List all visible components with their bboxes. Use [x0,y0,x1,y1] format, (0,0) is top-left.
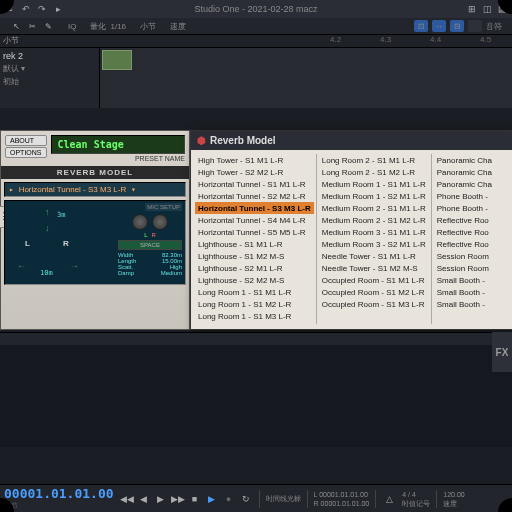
preset-item[interactable]: Medium Room 3 - S2 M1 L-R [319,238,429,250]
split-tool-icon[interactable]: ✂ [26,20,38,32]
reverb-plugin: ABOUT OPTIONS Clean Stage PRESET NAME RE… [0,130,190,330]
track-header[interactable]: rek 2 默认 ▾ 初始 [0,48,100,108]
preset-item[interactable]: Medium Room 2 - S1 M1 L-R [319,202,429,214]
audio-clip[interactable] [102,50,132,70]
tempo-value[interactable]: 120.00 [443,490,464,499]
preset-item[interactable]: Long Room 1 - S1 M3 L-R [195,310,314,322]
knob-left[interactable] [132,214,148,230]
preset-item[interactable]: Lighthouse - S1 M2 M-S [195,250,314,262]
tool-icon[interactable]: ▸ [52,3,64,15]
preset-item[interactable]: Long Room 1 - S1 M1 L-R [195,286,314,298]
mode-btn-1[interactable]: ⊡ [414,20,428,32]
record-button[interactable]: ● [222,492,236,506]
preset-item[interactable]: Occupied Room - S1 M3 L-R [319,298,429,310]
undo-icon[interactable]: ↶ [20,3,32,15]
preset-item[interactable]: Lighthouse - S2 M2 M-S [195,274,314,286]
preset-item[interactable]: Reflective Roo [434,214,510,226]
window-title: Studio One - 2021-02-28 macz [194,4,317,14]
preset-item[interactable]: Panoramic Cha [434,178,510,190]
preset-item[interactable]: Horizontal Tunnel - S1 M1 L-R [195,178,314,190]
popup-title: Reverb Model [191,131,512,150]
redo-icon[interactable]: ↷ [36,3,48,15]
preset-item[interactable]: Small Booth - [434,274,510,286]
mode-btn-3[interactable]: ⊟ [450,20,464,32]
preset-item[interactable]: Medium Room 1 - S2 M1 L-R [319,190,429,202]
preset-item[interactable]: Panoramic Cha [434,154,510,166]
preset-item[interactable]: Horizontal Tunnel - S3 M3 L-R [195,202,314,214]
preset-item[interactable]: High Tower - S1 M1 L-R [195,154,314,166]
transport-bar: 00001.01.01.00 小节 ◀◀ ◀ ▶ ▶▶ ■ ▶ ● ↻ 时间线光… [0,484,512,512]
mixer-icon[interactable]: ◫ [481,3,493,15]
timeline-ruler[interactable]: 小节 4.2 4.3 4.4 4.5 [0,34,512,48]
track-name[interactable]: rek 2 [3,51,96,61]
track-lane[interactable] [100,48,512,108]
reverb-model-popup: Reverb Model High Tower - S1 M1 L-RHigh … [190,130,512,330]
main-timecode[interactable]: 00001.01.01.00 [4,486,114,501]
preset-item[interactable]: Phone Booth - [434,202,510,214]
space-button[interactable]: SPACE [118,240,182,250]
play-button[interactable]: ▶ [205,492,219,506]
preset-column-2[interactable]: Long Room 2 - S1 M1 L-RLong Room 2 - S1 … [319,154,429,324]
preset-item[interactable]: Horizontal Tunnel - S2 M2 L-R [195,190,314,202]
preset-item[interactable]: Long Room 2 - S1 M1 L-R [319,154,429,166]
draw-tool-icon[interactable]: ✎ [42,20,54,32]
reverb-model-title: REVERB MODEL [1,166,189,179]
ffwd-button[interactable]: ▶▶ [171,492,185,506]
arrow-tool-icon[interactable]: ↖ [10,20,22,32]
room-visualization: ↑ 3m ↓ L R ← 10m → MIC SETUP LR SPACE Wi… [4,200,186,285]
preset-item[interactable]: Session Room [434,262,510,274]
loop-button[interactable]: ↻ [239,492,253,506]
mode-btn-2[interactable]: ↔ [432,20,446,32]
preset-item[interactable]: High Tower - S2 M2 L-R [195,166,314,178]
preset-item[interactable]: Occupied Room - S1 M2 L-R [319,286,429,298]
preset-item[interactable]: Long Room 2 - S1 M2 L-R [319,166,429,178]
knob-right[interactable] [152,214,168,230]
time-signature[interactable]: 4 / 4 [402,490,430,499]
cursor-label: 时间线光标 [266,494,301,504]
about-button[interactable]: ABOUT [5,135,47,146]
preset-item[interactable]: Needle Tower - S1 M1 L-R [319,250,429,262]
stop-button[interactable]: ■ [188,492,202,506]
preset-item[interactable]: Medium Room 1 - S1 M1 L-R [319,178,429,190]
view-icon[interactable]: ⊞ [466,3,478,15]
options-button[interactable]: OPTIONS [5,147,47,158]
quantize-label: 量化 [90,21,106,32]
preset-item[interactable]: Medium Room 3 - S1 M1 L-R [319,226,429,238]
fx-tab[interactable]: FX [492,332,512,372]
back-button[interactable]: ◀ [137,492,151,506]
tempo-label: 速度 [170,21,186,32]
preset-item[interactable]: Medium Room 2 - S1 M2 L-R [319,214,429,226]
preset-display[interactable]: Clean Stage [51,135,185,154]
timebase-value[interactable]: 音符 [486,21,502,32]
preset-item[interactable]: Panoramic Cha [434,166,510,178]
preset-item[interactable]: Small Booth - [434,286,510,298]
preset-item[interactable]: Horizontal Tunnel - S5 M5 L-R [195,226,314,238]
arrow-left-icon: ← [17,261,26,271]
arrow-down-icon: ↓ [45,223,50,233]
preset-item[interactable]: Session Room [434,250,510,262]
preset-item[interactable]: Horizontal Tunnel - S4 M4 L-R [195,214,314,226]
arrow-up-icon: ↑ [45,207,50,217]
forward-button[interactable]: ▶ [154,492,168,506]
preset-column-1[interactable]: High Tower - S1 M1 L-RHigh Tower - S2 M2… [195,154,314,324]
metronome-icon[interactable]: △ [382,492,396,506]
arrow-right-icon: → [70,261,79,271]
preset-item[interactable]: Occupied Room - S1 M1 L-R [319,274,429,286]
preset-item[interactable]: Lighthouse - S2 M1 L-R [195,262,314,274]
mode-btn-4[interactable] [468,20,482,32]
preset-item[interactable]: Small Booth - [434,298,510,310]
snap-value[interactable]: 小节 [140,21,156,32]
quantize-value[interactable]: 1/16 [110,22,126,31]
preset-column-3[interactable]: Panoramic ChaPanoramic ChaPanoramic ChaP… [434,154,510,324]
preset-item[interactable]: Phone Booth - [434,190,510,202]
preset-item[interactable]: Long Room 1 - S1 M2 L-R [195,298,314,310]
editor-area[interactable] [0,332,512,447]
rewind-button[interactable]: ◀◀ [120,492,134,506]
mic-setup-label: MIC SETUP [145,203,182,211]
preset-item[interactable]: Reflective Roo [434,226,510,238]
preset-item[interactable]: Lighthouse - S1 M1 L-R [195,238,314,250]
preset-item[interactable]: Needle Tower - S1 M2 M-S [319,262,429,274]
preset-item[interactable]: Reflective Roo [434,238,510,250]
preset-name-label: PRESET NAME [51,155,185,162]
model-display[interactable]: ▸ Horizontal Tunnel - S3 M3 L-R ▾ [4,182,186,197]
